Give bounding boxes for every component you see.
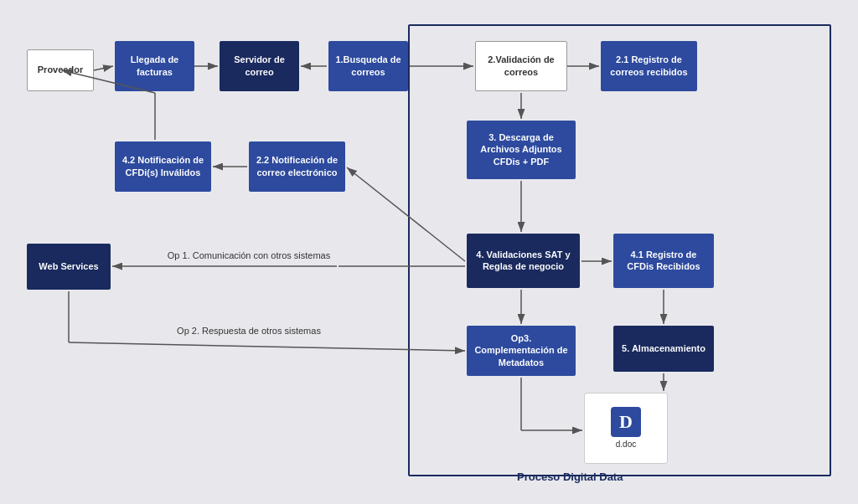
box-op3: Op3. Complementación de Metadatos bbox=[467, 326, 576, 376]
box-validaciones4: 4. Validaciones SAT y Reglas de negocio bbox=[467, 234, 580, 288]
label-op2: Op 2. Respuesta de otros sistemas bbox=[161, 326, 337, 336]
box-proveedor: Proveedor bbox=[27, 49, 94, 91]
box-llegada: Llegada de facturas bbox=[115, 41, 194, 91]
box-validacion: 2.Validación de correos bbox=[475, 41, 567, 91]
svg-line-2 bbox=[94, 66, 113, 70]
label-op1: Op 1. Comunicación con otros sistemas bbox=[161, 250, 337, 260]
box-servidor: Servidor de correo bbox=[220, 41, 299, 91]
box-webservices: Web Services bbox=[27, 244, 111, 290]
process-digital-data-label: Proceso Digital Data bbox=[517, 471, 623, 483]
box-ddoc: D d.doc bbox=[584, 393, 668, 464]
box-notif42: 4.2 Notificación de CFDi(s) Inválidos bbox=[115, 141, 211, 192]
box-descarga: 3. Descarga de Archivos Adjuntos CFDis +… bbox=[467, 121, 576, 179]
box-notif22: 2.2 Notificación de correo electrónico bbox=[249, 141, 345, 192]
box-almacenamiento: 5. Almacenamiento bbox=[613, 326, 714, 372]
ddoc-logo-label: d.doc bbox=[616, 440, 636, 449]
box-busqueda: 1.Busqueda de correos bbox=[328, 41, 408, 91]
ddoc-logo-icon: D bbox=[611, 407, 641, 437]
box-registro21: 2.1 Registro de correos recibidos bbox=[601, 41, 697, 91]
box-registro41: 4.1 Registro de CFDis Recibidos bbox=[613, 234, 714, 288]
svg-line-22 bbox=[69, 342, 465, 351]
diagram-container: Proceso Digital Data Proveedor Llegada d… bbox=[14, 12, 844, 493]
